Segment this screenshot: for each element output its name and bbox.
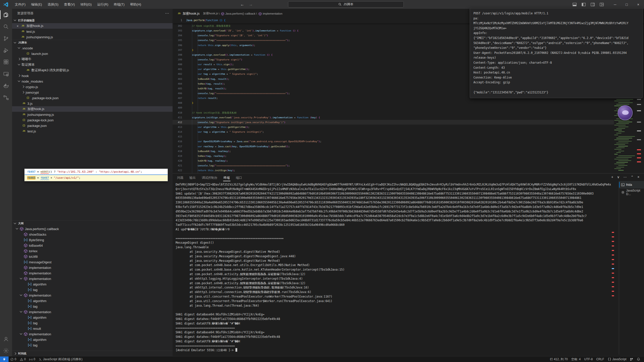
new-terminal-icon[interactable]: +	[611, 175, 613, 179]
code-line-422[interactable]: 422 return this.initSign(key);	[173, 168, 614, 173]
status-problems-errors[interactable]: 0	[9, 356, 18, 362]
menu-e[interactable]: 编辑(E)	[28, 0, 45, 9]
menu-v[interactable]: 查看(V)	[61, 0, 77, 9]
code-line-417[interactable]: 417 var realkey = Java.cast(key, OpenSSL…	[173, 144, 614, 149]
close-panel-icon[interactable]: ×	[637, 175, 639, 179]
open-editor-test.js[interactable]: JStest.js	[12, 29, 173, 34]
code-line-418[interactable]: 418 toBase64(tag, realkey);	[173, 149, 614, 154]
maximize-panel-icon[interactable]: ⌃	[631, 175, 634, 179]
menu-f[interactable]: 文件(F)	[12, 0, 28, 9]
settings-icon[interactable]	[0, 345, 12, 356]
toggle-sidebar-icon[interactable]	[582, 3, 586, 7]
outline-toUtf8[interactable]: toUtf8	[12, 254, 173, 259]
close-icon[interactable]: ×	[16, 24, 20, 28]
status-eol[interactable]: CRLF	[594, 356, 606, 362]
outline-tag[interactable]: tag	[12, 287, 173, 293]
code-line-421[interactable]: 421 console.log("=======================…	[173, 163, 614, 168]
outline-showStacks[interactable]: showStacks	[12, 232, 173, 237]
maximize-button[interactable]: □	[621, 0, 632, 9]
outline-implementation[interactable]: implementation	[12, 276, 173, 281]
outline-toBase64[interactable]: toBase64	[12, 243, 173, 248]
outline-toHex[interactable]: toHex	[12, 248, 173, 254]
outline-algorithm[interactable]: algorithm	[12, 298, 173, 304]
timeline-section-header[interactable]: 时间线	[12, 351, 173, 356]
more-actions-icon[interactable]: ⋯	[623, 175, 627, 179]
source-control-icon[interactable]	[0, 32, 12, 44]
close-button[interactable]: ×	[632, 0, 644, 9]
run-debug-icon[interactable]	[0, 44, 12, 56]
outline-tag[interactable]: tag	[12, 342, 173, 348]
menu-t[interactable]: 终端(T)	[111, 0, 127, 9]
terminal-scrollbar-marks[interactable]	[611, 183, 615, 354]
extensions-icon[interactable]	[0, 56, 12, 68]
account-icon[interactable]	[0, 333, 12, 345]
outline-tag[interactable]: tag	[12, 304, 173, 309]
tree-item-node_modules[interactable]: node_modules	[12, 79, 173, 84]
minimize-button[interactable]: ─	[609, 0, 621, 9]
forward-arrow-icon[interactable]: →	[249, 2, 253, 7]
tree-item-jsshuziqianming.js[interactable]: JSjsshuziqianming.js	[12, 112, 173, 117]
status-extension-status[interactable]	[628, 356, 635, 362]
breadcrumb[interactable]: 加密hook.js\Java.perform() callback\implem…	[203, 12, 282, 15]
toggle-secondary-sidebar-icon[interactable]	[591, 3, 595, 7]
tree-item-加密hook.js[interactable]: JS加密hook.js	[12, 106, 173, 112]
outline-result[interactable]: result	[12, 326, 173, 331]
outline-Java.perform() callback[interactable]: Java.perform() callback	[12, 226, 173, 232]
tree-item-package-lock.json[interactable]: {}package-lock.json	[12, 117, 173, 123]
status-ports[interactable]: 0	[27, 356, 37, 362]
tree-item-.vscode[interactable]: .vscode	[12, 45, 173, 51]
outline-ByteString[interactable]: ByteString	[12, 237, 173, 243]
explorer-more-actions-icon[interactable]: ⋯	[165, 11, 169, 16]
code-line-409[interactable]: 409	[173, 105, 614, 110]
workspace-root-header[interactable]: JS脚本	[12, 40, 173, 45]
open-editor-jsshuziqianming.js[interactable]: JSjsshuziqianming.js	[12, 34, 173, 40]
outline-implementation[interactable]: implementation	[12, 309, 173, 315]
tree-item-hook[interactable]: hook	[12, 73, 173, 79]
status-notifications[interactable]	[635, 356, 642, 362]
code-line-415[interactable]: 415	[173, 134, 614, 139]
terminal-instance-JavaScriptD[interactable]: JavaScript D...	[619, 189, 644, 196]
remote-explorer-icon[interactable]	[0, 68, 12, 80]
tree-item-test.js[interactable]: JStest.js	[12, 128, 173, 134]
outline-implementation[interactable]: implementation	[12, 293, 173, 298]
panel-tab-端口[interactable]: 端口	[234, 174, 244, 182]
outline-header[interactable]: 大纲	[12, 221, 173, 226]
editor-tab[interactable]: JS 加密hook.js	[177, 11, 199, 16]
outline-tag[interactable]: tag	[12, 320, 173, 326]
toggle-panel-icon[interactable]	[573, 3, 577, 7]
code-line-411[interactable]: 411 signature.initSign.overload('java.se…	[173, 115, 614, 120]
code-line-414[interactable]: 414 var tag = algorithm + " Signature in…	[173, 129, 614, 134]
outline-implementation[interactable]: implementation	[12, 270, 173, 276]
floating-avatar-badge[interactable]	[618, 105, 633, 120]
tree-item-3.js[interactable]: JS3.js	[12, 101, 173, 106]
tree-item-jsencrypt[interactable]: jsencrypt	[12, 90, 173, 95]
status-encoding[interactable]: UTF-8	[582, 356, 594, 362]
tree-item-package.json[interactable]: {}package.json	[12, 123, 173, 128]
pipeline-icon[interactable]	[0, 92, 12, 103]
outline-implementation[interactable]: implementation	[12, 265, 173, 270]
terminal-output[interactable]: DmfVRVj9B9PlQ+SmpTZ2+BDavl8f25IVzJGJ7gol…	[176, 183, 611, 354]
terminal-dropdown-icon[interactable]: ∨	[617, 175, 620, 179]
remote-indicator[interactable]	[0, 356, 9, 362]
status-cursor-position[interactable]: 行 412, 列 70	[548, 356, 570, 362]
status-language-mode[interactable]: {}JavaScript	[606, 356, 628, 362]
outline-algorithm[interactable]: algorithm	[12, 315, 173, 320]
menu-r[interactable]: 运行(R)	[94, 0, 111, 9]
explorer-icon[interactable]	[0, 9, 12, 21]
outline-messageDigest[interactable]: messageDigest	[12, 259, 173, 265]
breadcrumb-item[interactable]: Java.perform() callback	[225, 12, 256, 15]
menu-h[interactable]: 帮助(H)	[127, 0, 144, 9]
panel-tab-终端[interactable]: 终端	[222, 174, 232, 182]
panel-tab-调试控制台[interactable]: 调试控制台	[200, 174, 220, 182]
back-arrow-icon[interactable]: ←	[240, 2, 244, 7]
code-line-419[interactable]: 419 toHex(tag, realkey);	[173, 154, 614, 158]
panel-tab-问题[interactable]: 问题	[175, 174, 185, 182]
breadcrumb-item[interactable]: 加密hook.js	[203, 12, 218, 15]
panel-tab-输出[interactable]: 输出	[187, 174, 198, 182]
code-line-416[interactable]: 416 var OpenSSLRSAPrivateKey = Java.use(…	[173, 139, 614, 144]
tree-item-.package-lock.json[interactable]: {}.package-lock.json	[12, 95, 173, 101]
tree-item-取证脚本[interactable]: 取证脚本	[12, 62, 173, 67]
code-line-408[interactable]: 408 }	[173, 100, 614, 105]
outline-algorithm[interactable]: algorithm	[12, 337, 173, 342]
open-editor-加密hook.js[interactable]: ×JS加密hook.js	[12, 23, 173, 29]
